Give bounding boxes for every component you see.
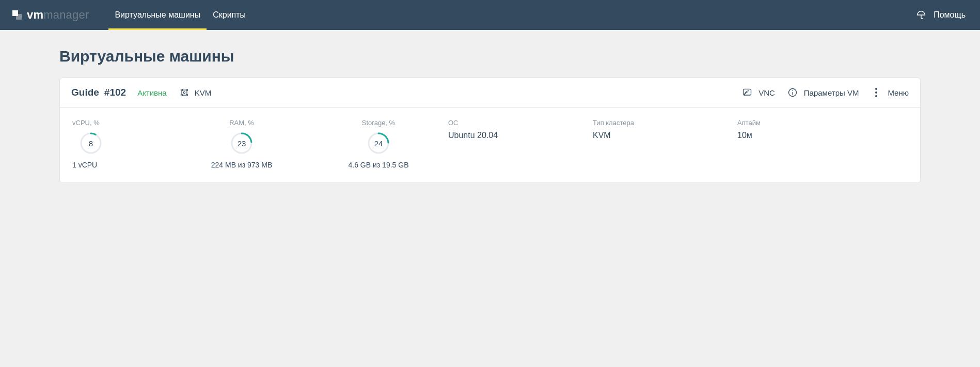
logo[interactable]: vmmanager bbox=[12, 0, 89, 30]
info-cluster-value: KVM bbox=[593, 131, 737, 140]
virt-type-label: KVM bbox=[195, 88, 212, 97]
cast-icon bbox=[741, 86, 753, 99]
gauge-ram-label: RAM, % bbox=[229, 119, 254, 127]
gauge-storage-detail: 4.6 GB из 19.5 GB bbox=[349, 161, 409, 169]
vnc-button[interactable]: VNC bbox=[741, 86, 775, 99]
gauge-storage-ring: 24 bbox=[367, 132, 390, 155]
app-header: vmmanager Виртуальные машины Скрипты Пом… bbox=[0, 0, 980, 30]
info-icon bbox=[786, 86, 799, 99]
vm-card-header: Guide #102 Активна KVM bbox=[60, 78, 920, 108]
info-uptime-value: 10м bbox=[737, 131, 830, 140]
vm-menu-button[interactable]: Меню bbox=[870, 86, 909, 99]
virt-type-badge: KVM bbox=[178, 86, 212, 99]
gauge-vcpu-detail: 1 vCPU bbox=[72, 161, 97, 169]
umbrella-icon bbox=[915, 9, 927, 21]
help-label: Помощь bbox=[934, 10, 966, 20]
gauge-storage-value: 24 bbox=[367, 132, 390, 155]
vm-card-body: vCPU, % 8 1 vCPU RAM, % bbox=[60, 108, 920, 182]
info-cluster: Тип кластера KVM bbox=[593, 119, 737, 169]
info-uptime: Аптайм 10м bbox=[737, 119, 830, 169]
logo-icon bbox=[12, 10, 23, 20]
logo-text-bold: vm bbox=[27, 8, 43, 22]
main-nav: Виртуальные машины Скрипты bbox=[108, 0, 252, 30]
nav-label: Виртуальные машины bbox=[115, 10, 200, 20]
vm-status: Активна bbox=[137, 88, 167, 97]
gauge-vcpu: vCPU, % 8 1 vCPU bbox=[71, 119, 175, 169]
logo-text-dim: manager bbox=[43, 8, 89, 22]
header-spacer bbox=[252, 0, 900, 30]
svg-point-1 bbox=[186, 89, 187, 90]
gauge-ram: RAM, % 23 224 MB из 973 MB bbox=[175, 119, 309, 169]
gauge-ram-detail: 224 MB из 973 MB bbox=[211, 161, 273, 169]
info-os-label: ОС bbox=[448, 119, 593, 127]
svg-point-4 bbox=[183, 91, 185, 93]
page-title: Виртуальные машины bbox=[59, 48, 921, 65]
vnc-label: VNC bbox=[758, 88, 775, 97]
vm-id: #102 bbox=[104, 87, 126, 98]
vm-name: Guide bbox=[71, 87, 99, 98]
gauge-vcpu-label: vCPU, % bbox=[72, 119, 100, 127]
gauge-vcpu-value: 8 bbox=[80, 132, 102, 155]
nav-virtual-machines[interactable]: Виртуальные машины bbox=[108, 0, 207, 30]
nav-scripts[interactable]: Скрипты bbox=[207, 0, 252, 30]
help-link[interactable]: Помощь bbox=[900, 0, 980, 30]
page-body: Виртуальные машины Guide #102 Активна KV… bbox=[0, 30, 980, 183]
info-os-value: Ubuntu 20.04 bbox=[448, 131, 593, 140]
svg-point-2 bbox=[181, 94, 182, 96]
vm-params-button[interactable]: Параметры VM bbox=[786, 86, 859, 99]
info-uptime-label: Аптайм bbox=[737, 119, 830, 127]
cluster-icon bbox=[178, 86, 191, 99]
gauge-ram-ring: 23 bbox=[230, 132, 253, 155]
svg-point-3 bbox=[186, 94, 187, 96]
gauge-storage-label: Storage, % bbox=[362, 119, 395, 127]
menu-label: Меню bbox=[888, 88, 909, 97]
info-os: ОС Ubuntu 20.04 bbox=[448, 119, 593, 169]
gauge-storage: Storage, % 24 4.6 GB из 19.5 GB bbox=[309, 119, 448, 169]
nav-label: Скрипты bbox=[213, 10, 246, 20]
kebab-icon bbox=[870, 86, 882, 99]
vm-card: Guide #102 Активна KVM bbox=[59, 78, 921, 183]
gauge-ram-value: 23 bbox=[230, 132, 253, 155]
info-cluster-label: Тип кластера bbox=[593, 119, 737, 127]
svg-point-0 bbox=[181, 89, 182, 90]
gauge-vcpu-ring: 8 bbox=[80, 132, 102, 155]
params-label: Параметры VM bbox=[804, 88, 859, 97]
svg-point-8 bbox=[792, 90, 793, 91]
